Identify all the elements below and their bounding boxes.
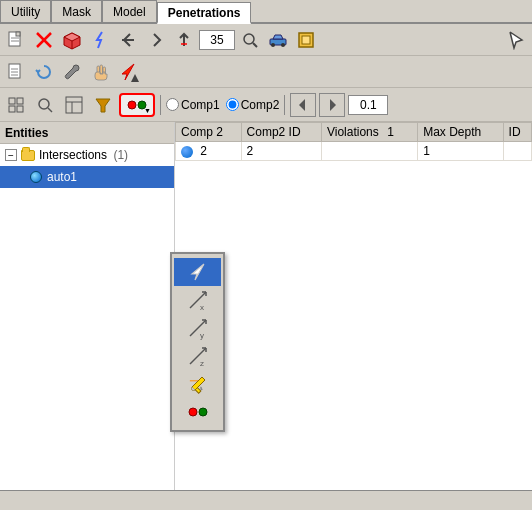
hand-icon[interactable] [87, 60, 113, 84]
folder-icon [20, 147, 36, 163]
svg-text:x: x [200, 303, 204, 312]
magnify-icon[interactable] [32, 93, 58, 117]
col-comp2id: Comp2 ID [241, 123, 321, 142]
depth-input[interactable] [348, 95, 388, 115]
filter2-icon[interactable] [90, 93, 116, 117]
car-icon[interactable] [265, 28, 291, 52]
svg-rect-29 [17, 98, 23, 104]
tab-penetrations[interactable]: Penetrations [157, 2, 252, 24]
svg-line-33 [48, 108, 52, 112]
cursor-icon[interactable] [503, 28, 529, 52]
tree-item-auto1[interactable]: auto1 [0, 166, 174, 188]
svg-rect-30 [9, 106, 15, 112]
data-table-panel: Comp 2 Comp2 ID Violations 1 Max Depth I… [175, 122, 532, 490]
entities-panel: Entities − Intersections (1) auto1 [0, 122, 175, 490]
dd-item-x-axis[interactable]: x [174, 286, 221, 314]
intersections-label: Intersections [39, 148, 107, 162]
entities-header: Entities [0, 122, 174, 144]
svg-rect-31 [17, 106, 23, 112]
filter-icon[interactable] [237, 28, 263, 52]
svg-point-58 [199, 408, 207, 416]
auto1-label: auto1 [47, 170, 77, 184]
svg-point-17 [281, 43, 285, 47]
svg-rect-34 [66, 97, 82, 113]
value-input[interactable] [199, 30, 235, 50]
dd-item-z-axis[interactable]: z [174, 342, 221, 370]
cycle-icon[interactable] [31, 60, 57, 84]
nav-left-button[interactable] [290, 93, 316, 117]
dots-dropdown-button[interactable]: ▼ [119, 93, 155, 117]
arrow-right-icon[interactable] [143, 28, 169, 52]
main-content: Entities − Intersections (1) auto1 Comp … [0, 122, 532, 490]
lightning-red-icon[interactable] [31, 28, 57, 52]
radio-comp2[interactable] [226, 98, 239, 111]
radio-comp1-label[interactable]: Comp1 [166, 98, 220, 112]
grid-small-icon[interactable] [3, 93, 29, 117]
lightning-blue-icon[interactable] [87, 28, 113, 52]
svg-text:z: z [200, 359, 204, 368]
sphere-icon-auto1 [28, 169, 44, 185]
svg-text:y: y [200, 331, 204, 340]
svg-point-12 [244, 34, 254, 44]
cell-comp2: 2 [176, 142, 242, 161]
cell-violations [321, 142, 417, 161]
svg-rect-1 [16, 32, 20, 36]
arrow-up-x-icon[interactable] [171, 28, 197, 52]
radio-comp2-label[interactable]: Comp2 [226, 98, 280, 112]
svg-point-38 [128, 101, 136, 109]
cell-id [503, 142, 531, 161]
toolbar2 [0, 56, 532, 88]
tab-mask[interactable]: Mask [51, 0, 102, 22]
toolbar3: ▼ Comp1 Comp2 [0, 88, 532, 122]
svg-point-57 [189, 408, 197, 416]
dd-item-y-axis[interactable]: y [174, 314, 221, 342]
svg-marker-40 [299, 99, 305, 111]
tree-expand-intersections[interactable]: − [5, 149, 17, 161]
data-table: Comp 2 Comp2 ID Violations 1 Max Depth I… [175, 122, 532, 161]
nav-right-button[interactable] [319, 93, 345, 117]
col-maxdepth: Max Depth [418, 123, 503, 142]
red-arrow-icon[interactable] [115, 60, 141, 84]
dd-item-pencil[interactable] [174, 370, 221, 398]
dd-item-dots[interactable] [174, 398, 221, 426]
radio-group-comp: Comp1 Comp2 [166, 98, 279, 112]
dropdown-popup: x y z [170, 252, 225, 432]
col-violations: Violations 1 [321, 123, 417, 142]
doc-icon[interactable] [3, 28, 29, 52]
col-id: ID [503, 123, 531, 142]
svg-point-16 [271, 43, 275, 47]
radio-comp1[interactable] [166, 98, 179, 111]
arrow-left-icon[interactable] [115, 28, 141, 52]
svg-line-13 [253, 43, 257, 47]
svg-marker-27 [131, 74, 139, 82]
status-bar [0, 490, 532, 510]
dd-item-arrow[interactable] [174, 258, 221, 286]
intersections-count: (1) [110, 148, 128, 162]
tab-model[interactable]: Model [102, 0, 157, 22]
svg-marker-41 [330, 99, 336, 111]
svg-rect-19 [302, 36, 310, 44]
svg-rect-28 [9, 98, 15, 104]
tab-utility[interactable]: Utility [0, 0, 51, 22]
table-row[interactable]: 2 2 1 [176, 142, 532, 161]
svg-point-32 [39, 99, 49, 109]
tab-bar: Utility Mask Model Penetrations [0, 0, 532, 24]
cell-comp2id: 2 [241, 142, 321, 161]
doc2-icon[interactable] [3, 60, 29, 84]
cube-red-icon[interactable] [59, 28, 85, 52]
wrench-icon[interactable] [59, 60, 85, 84]
col-comp2: Comp 2 [176, 123, 242, 142]
sep2 [284, 95, 285, 115]
table-icon[interactable] [61, 93, 87, 117]
svg-marker-15 [273, 35, 283, 39]
svg-rect-20 [9, 64, 20, 78]
svg-marker-37 [96, 99, 110, 112]
cell-maxdepth: 1 [418, 142, 503, 161]
toolbar1 [0, 24, 532, 56]
square-yellow-icon[interactable] [293, 28, 319, 52]
tree-item-intersections[interactable]: − Intersections (1) [0, 144, 174, 166]
sep1 [160, 95, 161, 115]
